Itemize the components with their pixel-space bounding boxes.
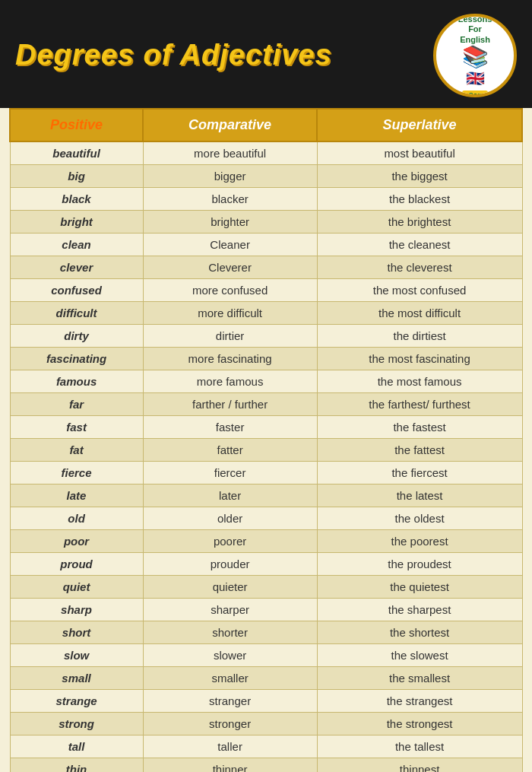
- positive-cell: black: [10, 188, 143, 211]
- table-row: fastfasterthe fastest: [10, 416, 522, 439]
- table-container: Positive Comparative Superlative beautif…: [0, 108, 532, 772]
- positive-cell: confused: [10, 279, 143, 302]
- comparative-cell: quieter: [143, 576, 317, 599]
- positive-cell: big: [10, 165, 143, 188]
- positive-cell: old: [10, 507, 143, 530]
- positive-cell: late: [10, 484, 143, 507]
- comparative-cell: Cleverer: [143, 256, 317, 279]
- superlative-cell: the most fascinating: [317, 348, 522, 370]
- positive-cell: fat: [10, 439, 143, 462]
- positive-cell: strong: [10, 713, 143, 735]
- table-row: cleanCleanerthe cleanest: [10, 234, 522, 256]
- comparative-cell: shorter: [143, 621, 317, 644]
- table-row: slowslowerthe slowest: [10, 644, 522, 667]
- superlative-cell: the biggest: [317, 165, 522, 188]
- positive-cell: strange: [10, 690, 143, 713]
- positive-cell: beautiful: [10, 141, 143, 165]
- positive-cell: clean: [10, 234, 143, 256]
- comparative-cell: slower: [143, 644, 317, 667]
- table-row: talltallerthe tallest: [10, 735, 522, 758]
- superlative-cell: the proudest: [317, 553, 522, 576]
- positive-cell: difficult: [10, 302, 143, 325]
- superlative-cell: the fastest: [317, 416, 522, 439]
- table-row: famousmore famousthe most famous: [10, 370, 522, 393]
- superlative-cell: the dirtiest: [317, 325, 522, 348]
- table-row: brightbrighterthe brightest: [10, 211, 522, 234]
- comparative-cell: bigger: [143, 165, 317, 188]
- table-row: oldolderthe oldest: [10, 507, 522, 530]
- logo-books-icon: 📚: [462, 46, 489, 68]
- superlative-cell: the cleanest: [317, 234, 522, 256]
- logo-text-bottom: .Com: [462, 91, 489, 97]
- table-row: smallsmallerthe smallest: [10, 667, 522, 690]
- table-row: thinthinnerthinnest: [10, 758, 522, 773]
- superlative-cell: the farthest/ furthest: [317, 393, 522, 416]
- positive-cell: tall: [10, 735, 143, 758]
- comparative-cell: more fascinating: [143, 348, 317, 370]
- superlative-cell: the brightest: [317, 211, 522, 234]
- comparative-cell: poorer: [143, 530, 317, 553]
- table-row: beautifulmore beautifulmost beautiful: [10, 141, 522, 165]
- col-positive: Positive: [10, 109, 143, 141]
- table-row: sharpsharperthe sharpest: [10, 599, 522, 621]
- table-row: strongstrongerthe strongest: [10, 713, 522, 735]
- superlative-cell: the poorest: [317, 530, 522, 553]
- comparative-cell: stronger: [143, 713, 317, 735]
- comparative-cell: smaller: [143, 667, 317, 690]
- col-superlative: Superlative: [317, 109, 522, 141]
- superlative-cell: the strongest: [317, 713, 522, 735]
- logo-flag-icon: 🇬🇧: [466, 69, 485, 87]
- positive-cell: proud: [10, 553, 143, 576]
- comparative-cell: more beautiful: [143, 141, 317, 165]
- superlative-cell: the tallest: [317, 735, 522, 758]
- positive-cell: fast: [10, 416, 143, 439]
- page-title: Degrees of Adjectives: [15, 40, 332, 71]
- table-row: fascinatingmore fascinatingthe most fasc…: [10, 348, 522, 370]
- superlative-cell: most beautiful: [317, 141, 522, 165]
- table-header-row: Positive Comparative Superlative: [10, 109, 522, 141]
- positive-cell: far: [10, 393, 143, 416]
- positive-cell: fascinating: [10, 348, 143, 370]
- adjectives-table: Positive Comparative Superlative beautif…: [9, 108, 523, 772]
- positive-cell: dirty: [10, 325, 143, 348]
- superlative-cell: the fattest: [317, 439, 522, 462]
- table-row: dirtydirtierthe dirtiest: [10, 325, 522, 348]
- comparative-cell: brighter: [143, 211, 317, 234]
- positive-cell: sharp: [10, 599, 143, 621]
- superlative-cell: the slowest: [317, 644, 522, 667]
- page-wrapper: Degrees of Adjectives LessonsForEnglish …: [0, 0, 532, 772]
- superlative-cell: the most confused: [317, 279, 522, 302]
- table-row: proudprouderthe proudest: [10, 553, 522, 576]
- superlative-cell: the most difficult: [317, 302, 522, 325]
- comparative-cell: later: [143, 484, 317, 507]
- superlative-cell: the smallest: [317, 667, 522, 690]
- positive-cell: famous: [10, 370, 143, 393]
- logo-text-top: LessonsForEnglish: [458, 14, 492, 45]
- header: Degrees of Adjectives LessonsForEnglish …: [0, 0, 532, 108]
- superlative-cell: the oldest: [317, 507, 522, 530]
- comparative-cell: more confused: [143, 279, 317, 302]
- comparative-cell: sharper: [143, 599, 317, 621]
- positive-cell: quiet: [10, 576, 143, 599]
- comparative-cell: fatter: [143, 439, 317, 462]
- comparative-cell: thinner: [143, 758, 317, 773]
- positive-cell: poor: [10, 530, 143, 553]
- table-row: quietquieterthe quietest: [10, 576, 522, 599]
- positive-cell: thin: [10, 758, 143, 773]
- col-comparative: Comparative: [143, 109, 317, 141]
- positive-cell: small: [10, 667, 143, 690]
- superlative-cell: the shortest: [317, 621, 522, 644]
- comparative-cell: more difficult: [143, 302, 317, 325]
- comparative-cell: blacker: [143, 188, 317, 211]
- table-row: farfarther / furtherthe farthest/ furthe…: [10, 393, 522, 416]
- superlative-cell: the strangest: [317, 690, 522, 713]
- positive-cell: slow: [10, 644, 143, 667]
- superlative-cell: the cleverest: [317, 256, 522, 279]
- table-row: fatfatterthe fattest: [10, 439, 522, 462]
- superlative-cell: the most famous: [317, 370, 522, 393]
- superlative-cell: the sharpest: [317, 599, 522, 621]
- comparative-cell: farther / further: [143, 393, 317, 416]
- table-row: bigbiggerthe biggest: [10, 165, 522, 188]
- positive-cell: fierce: [10, 462, 143, 484]
- superlative-cell: thinnest: [317, 758, 522, 773]
